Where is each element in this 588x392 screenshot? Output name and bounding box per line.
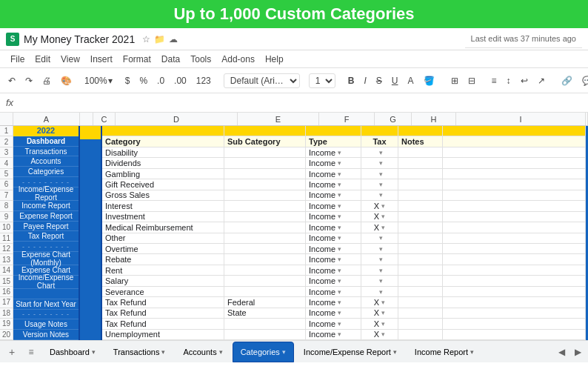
sidebar-categories[interactable]: Categories [13,167,78,177]
cell-11-notes[interactable] [398,233,443,243]
sidebar-accounts[interactable]: Accounts [13,156,78,167]
cell-13-category[interactable]: Rebate [102,254,224,264]
menu-view[interactable]: View [56,53,84,66]
cell-13-type[interactable]: Income ▾ [306,254,361,264]
sidebar-payee-report[interactable]: Payee Report [13,222,78,232]
menu-data[interactable]: Data [157,53,184,66]
cell-10-notes[interactable] [398,222,443,232]
cell-4-type[interactable]: Income ▾ [306,158,361,167]
valign-button[interactable]: ↕ [503,74,515,87]
decimal-more-button[interactable]: .00 [170,74,190,87]
col-header-c[interactable]: C [93,113,116,125]
italic-button[interactable]: I [360,74,370,87]
cell-3-notes[interactable] [398,147,443,157]
cell-12-notes[interactable] [398,244,443,253]
cell-5-subcat[interactable] [224,169,306,179]
percent-button[interactable]: % [136,74,151,87]
cell-6-type[interactable]: Income ▾ [306,179,361,189]
cell-8-category[interactable]: Interest [102,201,224,210]
cell-15-notes[interactable] [398,276,443,285]
sidebar-income-expense-report[interactable]: Income/Expense Report [13,187,78,201]
comment-button[interactable]: 💬 [578,74,588,87]
cell-13-subcat[interactable] [224,254,306,264]
tab-dashboard[interactable]: Dashboard ▾ [41,342,104,362]
cell-9-type[interactable]: Income ▾ [306,212,361,222]
cell-10-subcat[interactable] [224,222,306,232]
cell-17-tax[interactable]: X ▾ [361,297,398,307]
cell-15-type[interactable]: Income ▾ [306,276,361,285]
cell-4-tax[interactable]: ▾ [361,158,398,167]
cell-10-category[interactable]: Medical Reimbursement [102,222,224,232]
cloud-icon[interactable]: ☁ [169,34,178,44]
cell-16-notes[interactable] [398,287,443,296]
cell-9-subcat[interactable] [224,212,306,222]
redo-button[interactable]: ↷ [21,74,36,87]
cell-3-type[interactable]: Income ▾ [306,147,361,157]
align-left-button[interactable]: ≡ [488,74,501,87]
menu-format[interactable]: Format [118,53,156,66]
wrap-button[interactable]: ↩ [517,74,532,87]
cell-7-category[interactable]: Gross Sales [102,190,224,200]
col-header-b[interactable] [80,113,93,125]
sidebar-expense-chart-monthly[interactable]: Expense Chart (Monthly) [13,252,78,265]
zoom-control[interactable]: 100% ▾ [84,76,113,86]
cell-5-category[interactable]: Gambling [102,169,224,179]
menu-insert[interactable]: Insert [86,53,117,66]
sidebar-transactions[interactable]: Transactions [13,147,78,157]
cell-7-type[interactable]: Income ▾ [306,190,361,200]
text-rotate-button[interactable]: ↗ [534,74,549,87]
cell-20-type[interactable]: Income ▾ [306,330,361,339]
cell-18-subcat[interactable]: State [224,308,306,318]
col-header-a[interactable]: A [13,113,80,125]
cell-4-notes[interactable] [398,158,443,167]
cell-10-tax[interactable]: X ▾ [361,222,398,232]
cell-18-tax[interactable]: X ▾ [361,308,398,318]
font-selector[interactable]: Default (Ari… [224,73,300,88]
col-header-e[interactable]: E [238,113,319,125]
sidebar-income-expense-chart[interactable]: Income/Expense Chart [13,276,78,289]
tab-income-report[interactable]: Income Report ▾ [407,342,482,362]
cell-14-type[interactable]: Income ▾ [306,265,361,275]
cell-9-notes[interactable] [398,212,443,222]
cell-4-subcat[interactable] [224,158,306,167]
cell-19-type[interactable]: Income ▾ [306,319,361,328]
cell-5-type[interactable]: Income ▾ [306,169,361,179]
cell-17-type[interactable]: Income ▾ [306,297,361,307]
tab-accounts[interactable]: Accounts ▾ [175,342,230,362]
cell-18-notes[interactable] [398,308,443,318]
menu-edit[interactable]: Edit [30,53,55,66]
text-color-button[interactable]: A [404,74,418,87]
col-header-f[interactable]: F [319,113,375,125]
cell-15-subcat[interactable] [224,276,306,285]
cell-20-category[interactable]: Unemployment [102,330,224,339]
link-button[interactable]: 🔗 [558,74,576,87]
cell-19-notes[interactable] [398,319,443,328]
cell-16-subcat[interactable] [224,287,306,296]
sheet-list-button[interactable]: ≡ [22,343,40,361]
sidebar-income-report[interactable]: Income Report [13,201,78,211]
cell-5-tax[interactable]: ▾ [361,169,398,179]
cell-9-tax[interactable]: X ▾ [361,212,398,222]
cell-19-category[interactable]: Tax Refund [102,319,224,328]
cell-3-tax[interactable]: ▾ [361,147,398,157]
cell-15-tax[interactable]: ▾ [361,276,398,285]
cell-8-type[interactable]: Income ▾ [306,201,361,210]
cell-6-notes[interactable] [398,179,443,189]
cell-19-subcat[interactable] [224,319,306,328]
currency-button[interactable]: $ [121,74,134,87]
cell-3-category[interactable]: Disability [102,147,224,157]
cell-17-subcat[interactable]: Federal [224,297,306,307]
underline-button[interactable]: U [388,74,402,87]
undo-button[interactable]: ↶ [4,74,19,87]
cell-12-subcat[interactable] [224,244,306,253]
decimal-less-button[interactable]: .0 [153,74,168,87]
sidebar-expense-report[interactable]: Expense Report [13,211,78,222]
tab-scroll-left[interactable]: ◀ [554,345,569,359]
cell-16-tax[interactable]: ▾ [361,287,398,296]
tab-income-expense-report[interactable]: Income/Expense Report ▾ [295,342,405,362]
star-icon[interactable]: ☆ [142,34,150,44]
cell-7-tax[interactable]: ▾ [361,190,398,200]
cell-11-category[interactable]: Other [102,233,224,243]
bold-button[interactable]: B [344,74,358,87]
cell-6-tax[interactable]: ▾ [361,179,398,189]
